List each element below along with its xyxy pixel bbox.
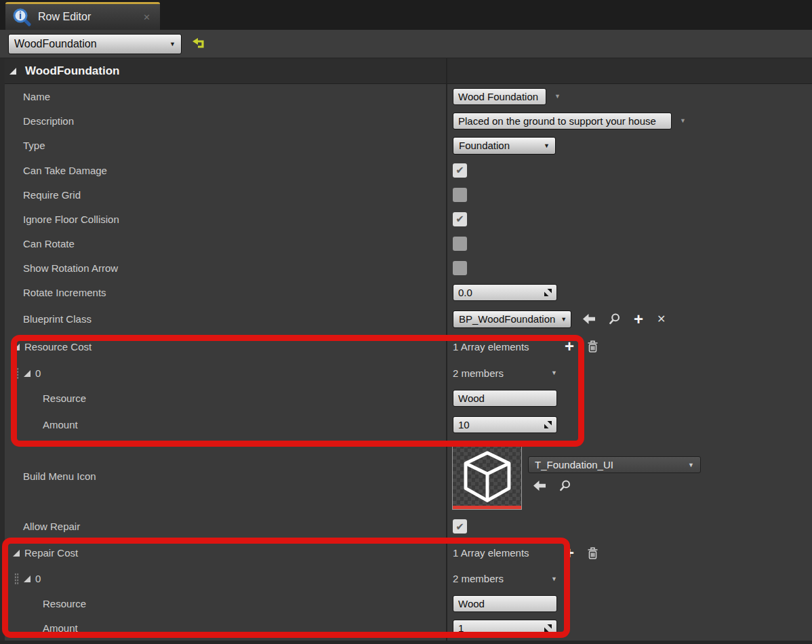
can-rotate-label: Can Rotate [0, 231, 446, 256]
resource-cost-label-cell: Resource Cost [0, 333, 446, 360]
chevron-down-icon[interactable]: ▼ [554, 93, 561, 100]
add-array-element-icon[interactable]: + [565, 546, 574, 560]
slider-drag-icon[interactable] [544, 289, 552, 296]
property-row-require-grid: Require Grid [0, 182, 812, 207]
amount-number-field[interactable]: 10 [453, 416, 557, 433]
resource-text-field[interactable]: Wood [453, 390, 557, 407]
details-grid: WoodFoundation Name Wood Foundation ▼ De… [0, 58, 812, 644]
expander-icon[interactable] [22, 574, 31, 583]
delete-array-icon[interactable] [587, 340, 598, 353]
toolbar: WoodFoundation ▼ [0, 30, 812, 58]
show-rotation-arrow-checkbox[interactable] [453, 261, 467, 275]
property-row-ignore-floor-collision: Ignore Floor Collision ✔ [0, 207, 812, 231]
amount-field-value: 1 [458, 622, 464, 634]
type-label: Type [0, 133, 446, 158]
category-header[interactable]: WoodFoundation [0, 58, 812, 84]
property-row-repair-cost: Repair Cost 1 Array elements + [0, 540, 812, 566]
build-menu-icon-asset-dropdown[interactable]: T_Foundation_UI ▼ [528, 456, 701, 473]
tab-row-editor[interactable]: i Row Editor ✕ [5, 2, 160, 30]
blueprint-class-value: BP_WoodFoundation [459, 313, 555, 325]
repair-cost-item-index: 0 [35, 573, 41, 584]
chevron-down-icon: ▼ [169, 41, 176, 47]
slider-drag-icon[interactable] [544, 624, 552, 632]
amount-label: Amount [0, 616, 446, 641]
chevron-down-icon: ▼ [688, 462, 694, 468]
chevron-down-icon[interactable]: ▼ [551, 369, 557, 376]
tab-close-icon[interactable]: ✕ [143, 12, 150, 22]
property-row-resource-cost: Resource Cost 1 Array elements + [0, 333, 812, 360]
drag-handle-icon[interactable] [14, 367, 19, 379]
resource-cost-label: Resource Cost [24, 341, 92, 353]
require-grid-label: Require Grid [0, 182, 446, 207]
chevron-down-icon[interactable]: ▼ [680, 117, 686, 124]
description-text-field[interactable]: Placed on the ground to support your hou… [453, 113, 672, 129]
texture-thumbnail[interactable] [453, 445, 521, 509]
can-rotate-checkbox[interactable] [453, 237, 467, 251]
description-label: Description [0, 108, 446, 133]
rotate-increments-value: 0.0 [458, 287, 472, 298]
resource-text-field[interactable]: Wood [453, 595, 557, 612]
row-select-value: WoodFoundation [14, 38, 97, 50]
panel-bottom-edge [0, 641, 812, 644]
property-row-can-take-damage: Can Take Damage ✔ [0, 158, 812, 182]
chevron-down-icon: ▼ [544, 142, 550, 149]
row-editor-panel: i Row Editor ✕ WoodFoundation ▼ W [0, 0, 812, 644]
name-label: Name [0, 84, 446, 108]
build-menu-icon-asset-value: T_Foundation_UI [535, 459, 613, 470]
amount-field-value: 10 [458, 419, 470, 430]
panel-left-gutter [0, 58, 5, 641]
resource-label: Resource [0, 591, 446, 616]
allow-repair-checkbox[interactable]: ✔ [453, 519, 467, 534]
resource-field-value: Wood [458, 393, 485, 404]
repair-cost-amount-row: Amount 1 [0, 616, 812, 641]
repair-cost-item-summary: 2 members [453, 573, 504, 584]
category-header-value-cell [446, 58, 812, 83]
category-header-label-cell: WoodFoundation [0, 58, 446, 83]
row-select-dropdown[interactable]: WoodFoundation ▼ [8, 34, 182, 54]
allow-repair-label: Allow Repair [0, 513, 446, 540]
show-rotation-arrow-label: Show Rotation Arrow [0, 256, 446, 280]
browse-search-icon[interactable] [559, 480, 571, 491]
property-row-description: Description Placed on the ground to supp… [0, 108, 812, 133]
blueprint-class-label: Blueprint Class [0, 305, 446, 333]
repair-cost-summary: 1 Array elements [453, 547, 529, 559]
clear-icon[interactable]: ✕ [657, 313, 666, 325]
use-selected-arrow-icon[interactable] [533, 481, 546, 491]
resource-cost-summary: 1 Array elements [453, 341, 529, 353]
drag-handle-icon[interactable] [14, 573, 19, 584]
chevron-down-icon[interactable]: ▼ [551, 576, 557, 582]
property-row-allow-repair: Allow Repair ✔ [0, 513, 812, 540]
expander-icon[interactable] [12, 342, 20, 351]
build-menu-icon-label: Build Menu Icon [0, 439, 446, 513]
resource-cost-item-summary: 2 members [453, 367, 504, 379]
resource-cost-item-label-cell: 0 [0, 360, 446, 386]
delete-array-icon[interactable] [587, 546, 598, 559]
ignore-floor-collision-label: Ignore Floor Collision [0, 207, 446, 231]
property-row-name: Name Wood Foundation ▼ [0, 84, 812, 108]
amount-label: Amount [0, 410, 446, 439]
ignore-floor-collision-checkbox[interactable]: ✔ [453, 212, 467, 226]
resource-cost-item-index: 0 [35, 367, 41, 379]
slider-drag-icon[interactable] [544, 421, 552, 428]
repair-cost-item-row: 0 2 members ▼ [0, 566, 812, 591]
require-grid-checkbox[interactable] [453, 188, 467, 202]
undo-icon[interactable] [192, 38, 206, 49]
add-array-element-icon[interactable]: + [565, 340, 574, 353]
resource-cost-item-row: 0 2 members ▼ [0, 360, 812, 386]
expander-icon[interactable] [12, 548, 20, 557]
expander-icon[interactable] [22, 369, 31, 378]
rotate-increments-number-field[interactable]: 0.0 [453, 284, 557, 301]
use-selected-arrow-icon[interactable] [583, 314, 595, 324]
row-editor-icon: i [12, 7, 31, 26]
name-text-field[interactable]: Wood Foundation [453, 88, 546, 105]
type-dropdown[interactable]: Foundation ▼ [453, 137, 556, 155]
repair-cost-resource-row: Resource Wood [0, 591, 812, 616]
expander-icon[interactable] [8, 66, 17, 75]
blueprint-class-dropdown[interactable]: BP_WoodFoundation ▼ [453, 310, 571, 328]
cube-icon [458, 449, 516, 505]
name-field-value: Wood Foundation [458, 91, 538, 102]
amount-number-field[interactable]: 1 [453, 620, 557, 637]
browse-search-icon[interactable] [609, 313, 620, 325]
add-icon[interactable]: + [634, 313, 643, 325]
can-take-damage-checkbox[interactable]: ✔ [453, 163, 467, 178]
